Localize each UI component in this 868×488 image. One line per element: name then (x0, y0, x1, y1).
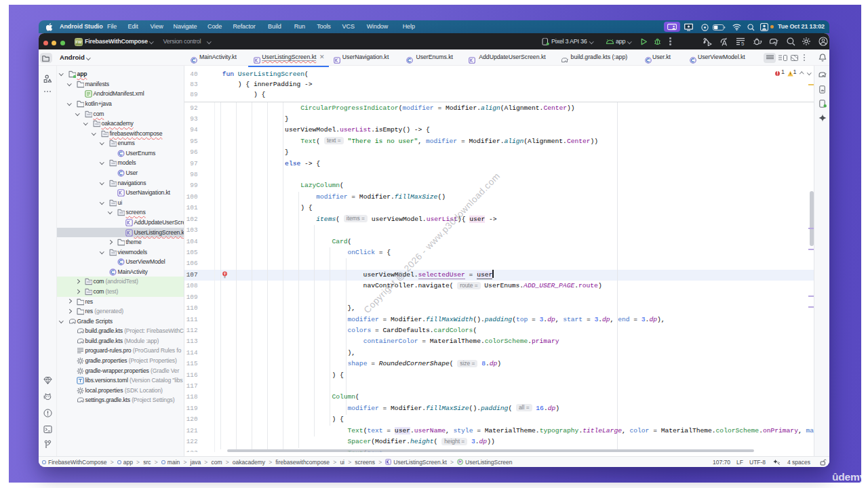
svg-text:5: 5 (741, 41, 745, 46)
